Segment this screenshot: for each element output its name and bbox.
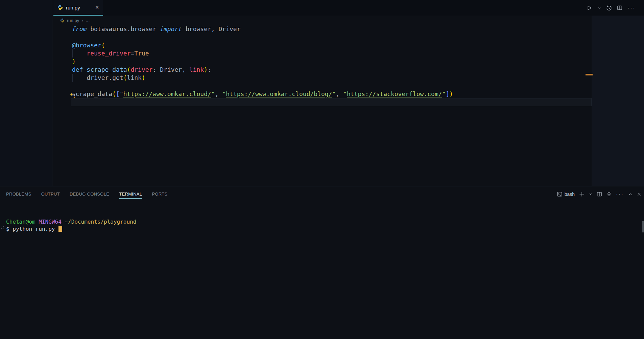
token: driver	[130, 66, 152, 73]
run-button[interactable]	[587, 5, 592, 11]
token: $ python run.py	[6, 226, 55, 232]
token: (	[101, 42, 105, 49]
code-url-link[interactable]: https://stackoverflow.com/	[347, 90, 442, 97]
modified-line-marker-icon	[586, 74, 593, 75]
kill-terminal-trash-icon[interactable]	[606, 191, 612, 197]
code-line: driver.get(link)	[52, 74, 592, 82]
token	[35, 219, 39, 225]
panel-tab-terminal[interactable]: TERMINAL	[119, 190, 142, 199]
token: =	[130, 50, 134, 57]
token: reuse_driver	[87, 50, 130, 57]
token: ]	[446, 90, 449, 97]
panel-tab-output[interactable]: OUTPUT	[41, 190, 60, 198]
panel-tab-debug-console[interactable]: DEBUG CONSOLE	[70, 190, 109, 198]
command-decoration-icon[interactable]	[1, 226, 4, 229]
terminal-dropdown-chevron-icon[interactable]	[589, 193, 592, 196]
copilot-sparkle-icon[interactable]: ✦	[70, 90, 73, 98]
breadcrumb-separator-icon: ›	[81, 18, 83, 23]
panel-tab-bar: PROBLEMSOUTPUTDEBUG CONSOLETERMINALPORTS	[6, 186, 167, 202]
close-tab-icon[interactable]: ✕	[95, 5, 99, 10]
shell-label: bash	[565, 191, 575, 197]
token: )	[72, 58, 76, 65]
breadcrumb[interactable]: run.py › …	[60, 16, 90, 25]
token: @browser	[72, 42, 101, 49]
token: (	[127, 66, 131, 73]
code-line-current	[71, 98, 592, 106]
token: ,	[336, 90, 343, 97]
token: MINGW64	[39, 219, 61, 225]
editor-actions: ···	[587, 0, 636, 16]
breadcrumb-file[interactable]: run.py	[67, 18, 79, 23]
panel-actions: bash ···	[557, 186, 641, 202]
indent-guide	[72, 49, 73, 58]
bottom-panel: PROBLEMSOUTPUTDEBUG CONSOLETERMINALPORTS…	[0, 186, 644, 339]
python-icon	[57, 5, 63, 10]
terminal-line: Chetan@om MINGW64 ~/Documents/playground	[6, 218, 644, 225]
terminal-icon	[557, 191, 563, 197]
minimap[interactable]	[592, 16, 644, 186]
token: :	[208, 66, 211, 73]
code-line: reuse_driver=True	[52, 49, 592, 58]
panel-more-actions-icon[interactable]: ···	[616, 191, 624, 198]
code-line: ✦✦scrape_data(["https://www.omkar.cloud/…	[52, 90, 592, 98]
panel-tab-problems[interactable]: PROBLEMS	[6, 190, 31, 198]
timeline-history-icon[interactable]	[606, 5, 612, 11]
token: driver.get	[72, 74, 123, 81]
terminal-shell-selector[interactable]: bash	[557, 191, 575, 197]
maximize-panel-chevron-up-icon[interactable]	[628, 192, 633, 197]
panel-header: PROBLEMSOUTPUTDEBUG CONSOLETERMINALPORTS…	[0, 186, 644, 202]
token	[62, 219, 65, 225]
token: :	[152, 66, 160, 73]
token: scrape_data	[72, 90, 112, 97]
code-url-link[interactable]: https://www.omkar.cloud/	[123, 90, 211, 97]
token: "	[211, 90, 215, 97]
sidebar-empty	[0, 0, 52, 186]
token: ~/Documents/playground	[65, 219, 136, 225]
split-editor-icon[interactable]	[617, 5, 622, 10]
terminal-content[interactable]: Chetan@om MINGW64 ~/Documents/playground…	[0, 202, 644, 339]
token: )	[142, 74, 145, 81]
token: (	[112, 90, 116, 97]
copilot-sparkle-icon: ✦	[73, 93, 75, 101]
token: "	[442, 90, 446, 97]
run-dropdown-chevron-icon[interactable]	[597, 6, 601, 10]
code-url-link[interactable]: https://www.omkar.cloud/blog/	[226, 90, 332, 97]
tab-label: run.py	[66, 5, 80, 10]
python-icon	[60, 18, 65, 23]
token: ,	[215, 90, 222, 97]
token: scrape_data	[87, 66, 127, 73]
token: "	[332, 90, 336, 97]
token: browser, Driver	[182, 25, 240, 32]
panel-tab-ports[interactable]: PORTS	[152, 190, 167, 198]
token: "	[222, 90, 226, 97]
close-panel-icon[interactable]	[637, 192, 641, 197]
split-terminal-icon[interactable]	[597, 191, 602, 197]
token: (	[123, 74, 127, 81]
token: ,	[182, 66, 189, 73]
token: link	[189, 66, 204, 73]
code-editor[interactable]: from botasaurus.browser import browser, …	[52, 25, 592, 186]
token: True	[134, 50, 149, 57]
editor-region: run.py ✕ ···	[52, 0, 644, 186]
vscode-window: run.py ✕ ···	[0, 0, 644, 339]
more-actions-icon[interactable]: ···	[627, 4, 636, 12]
new-terminal-button[interactable]	[579, 191, 585, 197]
code-line: from botasaurus.browser import browser, …	[52, 25, 592, 33]
editor-tab-bar: run.py ✕ ···	[52, 0, 644, 16]
indent-guide	[72, 74, 73, 82]
token: )	[449, 90, 453, 97]
code-line: def scrape_data(driver: Driver, link):	[52, 66, 592, 74]
tab-run-py[interactable]: run.py ✕	[53, 0, 103, 16]
token: "	[343, 90, 347, 97]
token: link	[127, 74, 142, 81]
breadcrumb-more[interactable]: …	[86, 18, 90, 23]
terminal-scrollbar[interactable]	[642, 221, 644, 232]
code-line: @browser(	[52, 41, 592, 49]
terminal-line: $ python run.py	[6, 225, 644, 232]
token: botasaurus.browser	[87, 25, 160, 32]
token: Chetan@om	[6, 219, 35, 225]
token	[83, 66, 87, 73]
token: from	[72, 25, 87, 32]
token: [	[116, 90, 120, 97]
terminal-cursor	[58, 226, 62, 232]
